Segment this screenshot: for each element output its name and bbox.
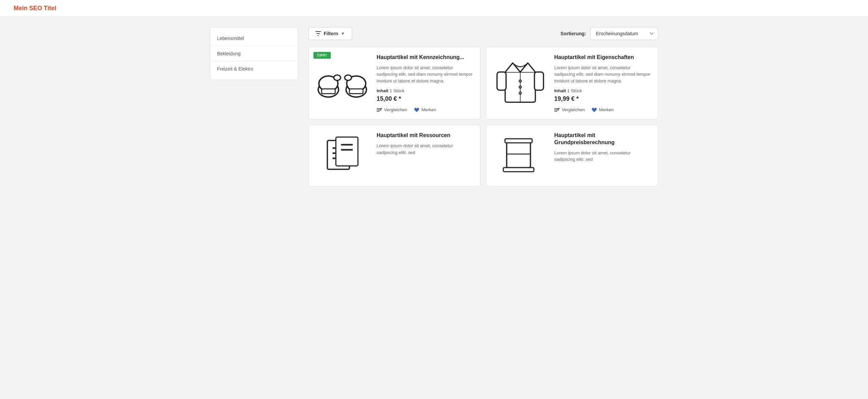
jacket-icon [493,54,547,108]
site-title: Mein SEO Titel [14,5,56,12]
compare-icon-p2 [554,108,560,112]
product-content-p2: Inhalt 1 Stück [554,88,651,93]
product-description-p1: Lorem ipsum dolor sit amet, consetetur s… [377,64,473,84]
product-info-p2: Hauptartikel mit Eigenschaften Lorem ips… [554,54,651,112]
product-image-p4[interactable] [493,132,547,179]
product-info-p3: Hauptartikel mit Ressourcen Lorem ipsum … [377,132,473,160]
product-card-p4: Hauptartikel mit Grundpreisberechnung Lo… [486,125,658,187]
product-title-p4[interactable]: Hauptartikel mit Grundpreisberechnung [554,132,651,146]
svg-rect-24 [503,168,534,172]
svg-rect-20 [341,144,353,146]
sidebar-item-lebensmittel[interactable]: Lebensmittel [210,31,298,46]
product-description-p2: Lorem ipsum dolor sit amet, consetetur s… [554,64,651,84]
wishlist-label-p2: Merken [599,107,614,112]
product-info-p1: Hauptartikel mit Kennzeichnung... Lorem … [377,54,473,112]
file-icon [322,135,363,176]
compare-button-p2[interactable]: Vergleichen [554,107,585,112]
compare-button-p1[interactable]: Vergleichen [377,107,407,112]
main-content: Filtern ▼ Sortierung: Erscheinungsdatum … [308,27,658,187]
product-image-p1[interactable] [315,54,370,101]
wishlist-button-p2[interactable]: Merken [592,107,614,112]
svg-rect-7 [349,89,363,94]
product-image-p2[interactable] [493,54,547,108]
product-price-p1: 15,00 € * [377,95,473,102]
content-value-p2: 1 Stück [567,88,582,93]
product-info-p4: Hauptartikel mit Grundpreisberechnung Lo… [554,132,651,167]
svg-rect-21 [341,149,353,151]
product-price-p2: 19,99 € * [554,95,651,102]
tipp-badge: TIPP! [313,52,331,59]
wishlist-button-p1[interactable]: Merken [414,107,436,112]
svg-point-2 [334,75,341,80]
cup-icon [500,135,541,176]
product-description-p4: Lorem ipsum dolor sit amet, consetetur s… [554,150,651,163]
product-title-p2[interactable]: Hauptartikel mit Eigenschaften [554,54,651,61]
sidebar-item-freizeit[interactable]: Freizeit & Elektro [210,61,298,76]
site-header: Mein SEO Titel [0,0,868,17]
heart-icon-p2 [592,108,597,112]
svg-rect-3 [322,89,335,94]
product-title-p3[interactable]: Hauptartikel mit Ressourcen [377,132,473,139]
sort-label: Sortierung: [561,31,586,36]
compare-label-p2: Vergleichen [562,107,585,112]
filter-label: Filtern [324,31,338,36]
sort-container: Sortierung: Erscheinungsdatum Preis aufs… [561,27,658,40]
product-grid: TIPP! [308,47,658,187]
product-card-p2: Hauptartikel mit Eigenschaften Lorem ips… [486,47,658,119]
product-content-p1: Inhalt 1 Stück [377,88,473,93]
content-value-p1: 1 Stück [390,88,404,93]
product-card-p3: Hauptartikel mit Ressourcen Lorem ipsum … [308,125,481,187]
filter-icon [315,31,321,36]
product-title-p1[interactable]: Hauptartikel mit Kennzeichnung... [377,54,473,61]
chevron-down-icon: ▼ [341,31,345,36]
heart-icon [414,108,419,112]
compare-icon [377,108,382,112]
category-nav: Lebensmittel Bekleidung Freizeit & Elekt… [210,27,298,80]
product-description-p3: Lorem ipsum dolor sit amet, consetetur s… [377,142,473,156]
sort-select[interactable]: Erscheinungsdatum Preis aufsteigend Prei… [590,27,658,40]
sidebar: Lebensmittel Bekleidung Freizeit & Elekt… [210,27,298,187]
wishlist-label-p1: Merken [421,107,436,112]
filter-button[interactable]: Filtern ▼ [308,27,352,40]
content-label-p2: Inhalt [554,88,566,93]
svg-rect-9 [497,72,506,90]
product-image-p3[interactable] [315,132,370,179]
product-actions-p2: Vergleichen Merken [554,107,651,112]
main-container: Lebensmittel Bekleidung Freizeit & Elekt… [196,17,672,197]
compare-label-p1: Vergleichen [384,107,407,112]
product-actions-p1: Vergleichen Merken [377,107,473,112]
content-label-p1: Inhalt [377,88,388,93]
svg-rect-10 [535,72,544,90]
mittens-icon [315,56,370,100]
filter-bar: Filtern ▼ Sortierung: Erscheinungsdatum … [308,27,658,40]
svg-rect-19 [336,137,358,166]
product-card-p1: TIPP! [308,47,481,119]
svg-rect-23 [505,139,532,143]
svg-point-6 [345,75,351,80]
sidebar-item-bekleidung[interactable]: Bekleidung [210,46,298,61]
